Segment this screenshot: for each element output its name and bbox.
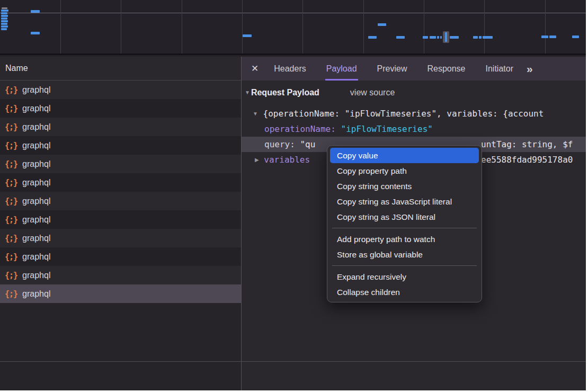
menu-item-copy-string-as-javascript-literal[interactable]: Copy string as JavaScript literal — [327, 194, 482, 209]
request-row-graphql[interactable]: {;}graphql — [0, 155, 241, 173]
request-name-label: graphql — [22, 122, 50, 132]
waterfall-bar[interactable] — [437, 36, 439, 39]
operation-name-row[interactable]: operationName: "ipFlowTimeseries" — [242, 121, 586, 137]
context-menu: Copy valueCopy property pathCopy string … — [327, 145, 482, 302]
fetch-xhr-icon: {;} — [5, 104, 17, 113]
waterfall-bar[interactable] — [378, 23, 386, 26]
collapse-triangle-icon[interactable]: ▼ — [245, 90, 250, 95]
request-row-graphql[interactable]: {;}graphql — [0, 266, 241, 284]
name-column-header[interactable]: Name — [0, 57, 241, 81]
request-row-graphql[interactable]: {;}graphql — [0, 210, 241, 229]
menu-item-expand-recursively[interactable]: Expand recursively — [327, 269, 482, 284]
query-value-left: "qu — [300, 139, 315, 149]
menu-item-collapse-children[interactable]: Collapse children — [327, 284, 482, 300]
fetch-xhr-icon: {;} — [5, 215, 17, 225]
request-row-graphql[interactable]: {;}graphql — [0, 192, 241, 210]
fetch-xhr-icon: {;} — [5, 178, 17, 188]
waterfall-bar[interactable] — [1, 23, 7, 25]
tab-preview[interactable]: Preview — [376, 57, 408, 81]
waterfall-bar[interactable] — [1, 20, 8, 22]
payload-root-preview: {operationName: "ipFlowTimeseries", vari… — [263, 109, 544, 119]
menu-item-copy-string-as-json-literal[interactable]: Copy string as JSON literal — [327, 209, 482, 225]
waterfall-bar[interactable] — [2, 7, 7, 9]
view-source-link[interactable]: view source — [350, 88, 395, 97]
request-name-label: graphql — [22, 234, 50, 243]
waterfall-bar[interactable] — [31, 32, 40, 34]
expand-triangle-icon[interactable]: ▼ — [253, 111, 258, 117]
tab-headers[interactable]: Headers — [273, 57, 307, 81]
menu-item-copy-value[interactable]: Copy value — [330, 148, 479, 163]
overview-vertical-gridline — [484, 0, 485, 54]
overview-vertical-gridline — [363, 0, 364, 54]
operation-name-key: operationName: — [264, 124, 336, 134]
menu-separator — [332, 228, 477, 228]
request-row-graphql[interactable]: {;}graphql — [0, 284, 241, 303]
close-icon[interactable]: ✕ — [251, 57, 259, 81]
waterfall-bar[interactable] — [243, 34, 252, 37]
waterfall-bar[interactable] — [396, 36, 405, 39]
waterfall-bar[interactable] — [31, 10, 40, 13]
request-name-label: graphql — [22, 104, 50, 113]
request-row-graphql[interactable]: {;}graphql — [0, 81, 241, 99]
request-row-graphql[interactable]: {;}graphql — [0, 247, 241, 266]
menu-item-add-property-path-to-watch[interactable]: Add property path to watch — [327, 231, 482, 247]
request-row-graphql[interactable]: {;}graphql — [0, 136, 241, 155]
waterfall-bar[interactable] — [483, 36, 493, 39]
fetch-xhr-icon: {;} — [5, 197, 17, 206]
overview-vertical-gridline — [545, 0, 546, 54]
waterfall-bar[interactable] — [572, 35, 579, 38]
menu-separator — [332, 265, 477, 266]
devtools-network-panel: Name {;}graphql{;}graphql{;}graphql{;}gr… — [0, 0, 586, 390]
waterfall-bar[interactable] — [1, 15, 8, 17]
variables-key: variables — [264, 155, 310, 165]
request-name-label: graphql — [22, 215, 50, 225]
fetch-xhr-icon: {;} — [5, 252, 17, 262]
fetch-xhr-icon: {;} — [5, 122, 17, 132]
payload-root-row[interactable]: ▼ {operationName: "ipFlowTimeseries", va… — [242, 106, 586, 121]
waterfall-bar[interactable] — [473, 36, 478, 39]
waterfall-bar[interactable] — [1, 28, 7, 30]
waterfall-bar[interactable] — [1, 17, 7, 20]
request-name-label: graphql — [22, 178, 50, 188]
overview-vertical-gridline — [302, 0, 303, 54]
tab-response[interactable]: Response — [426, 57, 466, 81]
menu-item-copy-property-path[interactable]: Copy property path — [327, 163, 482, 179]
fetch-xhr-icon: {;} — [5, 141, 17, 150]
request-row-graphql[interactable]: {;}graphql — [0, 99, 241, 118]
query-value-right: untTag: string, $f — [481, 137, 573, 152]
request-payload-header[interactable]: ▼Request Payloadview source — [245, 88, 395, 97]
fetch-xhr-icon: {;} — [5, 289, 17, 299]
waterfall-bar[interactable] — [1, 10, 8, 12]
waterfall-bar[interactable] — [541, 35, 548, 38]
waterfall-bar[interactable] — [479, 36, 482, 39]
waterfall-bar[interactable] — [423, 36, 428, 39]
tab-payload[interactable]: Payload — [325, 57, 358, 81]
request-row-graphql[interactable]: {;}graphql — [0, 229, 241, 247]
waterfall-bar[interactable] — [549, 35, 556, 38]
waterfall-bar[interactable] — [430, 36, 436, 39]
menu-item-store-as-global-variable[interactable]: Store as global variable — [327, 247, 482, 262]
waterfall-bar[interactable] — [1, 25, 8, 28]
more-tabs-icon[interactable]: » — [527, 57, 532, 81]
request-name-label: graphql — [22, 271, 50, 280]
tab-initiator[interactable]: Initiator — [485, 57, 514, 81]
request-name-label: graphql — [22, 159, 50, 169]
waterfall-bar[interactable] — [440, 36, 442, 39]
request-name-label: graphql — [22, 85, 50, 95]
network-overview-timeline[interactable] — [0, 0, 586, 55]
overview-vertical-gridline — [242, 0, 243, 54]
panel-footer-divider — [0, 361, 586, 362]
fetch-xhr-icon: {;} — [5, 234, 17, 243]
request-row-graphql[interactable]: {;}graphql — [0, 173, 241, 192]
waterfall-bar[interactable] — [1, 12, 7, 14]
waterfall-marker-bar — [445, 32, 447, 42]
detail-tab-bar: ✕ HeadersPayloadPreviewResponseInitiator… — [242, 57, 586, 81]
request-row-graphql[interactable]: {;}graphql — [0, 118, 241, 136]
request-name-label: graphql — [22, 197, 50, 206]
waterfall-bar[interactable] — [450, 36, 459, 39]
expand-triangle-icon[interactable]: ▶ — [255, 157, 259, 163]
request-payload-title: Request Payload — [251, 88, 319, 97]
waterfall-bar[interactable] — [368, 36, 377, 39]
query-key: query: — [264, 139, 295, 149]
menu-item-copy-string-contents[interactable]: Copy string contents — [327, 179, 482, 194]
